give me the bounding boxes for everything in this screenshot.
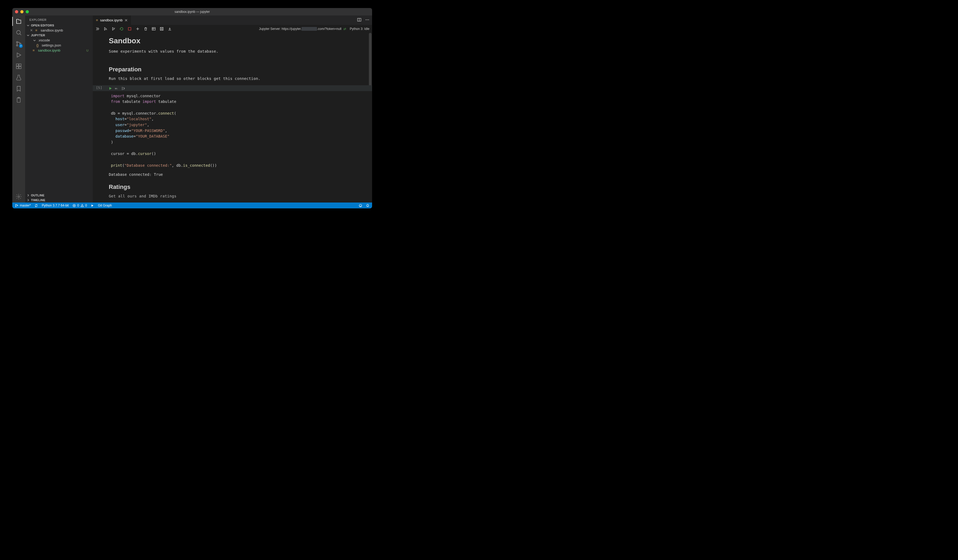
svg-point-1	[17, 42, 18, 43]
notebook-body[interactable]: Sandbox Some experiments with values fro…	[93, 33, 372, 202]
chevron-right-icon	[26, 193, 30, 197]
tab-sandbox[interactable]: ≡ sandbox.ipynb ✕	[93, 16, 131, 25]
git-status-tag: U	[86, 49, 89, 52]
code-editor[interactable]: import mysql.connector from tabulate imp…	[109, 91, 372, 171]
open-editor-filename: sandbox.ipynb	[41, 28, 90, 32]
markdown-cell[interactable]: Ratings Get all ours and IMDb ratings	[109, 177, 371, 202]
minimize-window-button[interactable]	[20, 10, 24, 13]
testing-icon[interactable]	[16, 74, 22, 81]
extensions-icon[interactable]	[16, 63, 22, 70]
run-all-icon[interactable]	[95, 27, 100, 31]
svg-rect-15	[128, 27, 131, 30]
run-status[interactable]	[90, 204, 94, 207]
notebook-file-icon: ≡	[96, 18, 98, 22]
svg-rect-17	[160, 27, 163, 30]
chevron-down-icon	[26, 24, 30, 27]
problems-status[interactable]: 0 0	[73, 204, 87, 207]
run-cell-icon[interactable]	[108, 86, 112, 90]
python-interpreter-status[interactable]: Python 3.7.7 64-bit	[42, 204, 69, 207]
cell-toolbar: M↓	[93, 85, 372, 91]
chevron-down-icon	[33, 38, 36, 42]
svg-point-2	[17, 45, 18, 46]
markdown-cell[interactable]: Sandbox Some experiments with values fro…	[109, 36, 371, 84]
file-settings-json[interactable]: {} settings.json	[25, 43, 93, 48]
maximize-window-button[interactable]	[26, 10, 29, 13]
editor-tabs: ≡ sandbox.ipynb ✕	[93, 16, 372, 25]
editor-area: ≡ sandbox.ipynb ✕	[93, 16, 372, 202]
svg-point-19	[16, 204, 16, 205]
svg-point-20	[16, 206, 16, 207]
clear-outputs-icon[interactable]	[144, 27, 148, 31]
git-graph-status[interactable]: Git Graph	[98, 204, 112, 207]
bookmarks-icon[interactable]	[16, 85, 22, 92]
traffic-lights	[15, 10, 29, 13]
timeline-section[interactable]: TIMELINE	[25, 198, 93, 202]
svg-rect-5	[19, 64, 21, 66]
project-section[interactable]: JUPYTER	[25, 33, 93, 38]
notebook-toolbar: Jupyter Server: https://jupyter.xxxxxxxx…	[93, 25, 372, 33]
open-editor-item[interactable]: ✕ ≡ sandbox.ipynb	[25, 28, 93, 33]
notebook-h2: Ratings	[109, 184, 371, 190]
notifications-icon[interactable]	[366, 204, 370, 207]
folder-vscode[interactable]: .vscode	[25, 38, 93, 43]
window-title: sandbox.ipynb — jupyter	[174, 10, 210, 14]
sidebar-title: EXPLORER	[25, 16, 93, 23]
explorer-icon[interactable]	[16, 18, 22, 25]
open-editors-label: OPEN EDITORS	[31, 24, 54, 27]
settings-gear-icon[interactable]	[16, 193, 22, 200]
file-name: sandbox.ipynb	[38, 48, 85, 52]
close-editor-icon[interactable]: ✕	[30, 28, 34, 32]
chevron-down-icon	[26, 33, 30, 37]
file-sandbox-notebook[interactable]: ≡ sandbox.ipynb U	[25, 48, 93, 53]
sync-status[interactable]	[35, 204, 38, 207]
outline-section[interactable]: OUTLINE	[25, 193, 93, 198]
run-debug-icon[interactable]	[16, 52, 22, 58]
open-editors-section[interactable]: OPEN EDITORS	[25, 23, 93, 28]
close-tab-icon[interactable]: ✕	[125, 18, 128, 22]
split-editor-icon[interactable]	[357, 17, 362, 23]
svg-point-0	[17, 30, 20, 34]
svg-point-10	[18, 196, 19, 198]
scm-badge: 7	[19, 44, 23, 48]
restart-kernel-icon[interactable]	[119, 27, 124, 31]
run-by-line-icon[interactable]	[121, 86, 125, 90]
chevron-right-icon	[26, 198, 30, 202]
sidebar: EXPLORER OPEN EDITORS ✕ ≡ sandbox.ipynb …	[25, 16, 93, 202]
vscode-window: sandbox.ipynb — jupyter 7	[12, 8, 372, 209]
notebook-file-icon: ≡	[33, 48, 36, 52]
svg-point-14	[368, 19, 369, 20]
notebook-h2: Preparation	[109, 66, 371, 73]
folder-name: .vscode	[38, 38, 90, 42]
tab-label: sandbox.ipynb	[100, 18, 123, 22]
status-bar: master* Python 3.7.7 64-bit 0 0 Git Grap…	[12, 202, 372, 209]
interrupt-kernel-icon[interactable]	[127, 27, 132, 31]
kernel-status[interactable]: Python 3: Idle	[350, 27, 370, 31]
run-above-icon[interactable]	[103, 27, 108, 31]
add-cell-icon[interactable]	[135, 27, 140, 31]
markdown-toggle-icon[interactable]: M↓	[115, 86, 118, 90]
git-branch-status[interactable]: master*	[15, 204, 31, 207]
branch-name: master*	[20, 204, 31, 207]
export-icon[interactable]	[168, 27, 172, 31]
clipboard-icon[interactable]	[16, 97, 22, 103]
notebook-paragraph: Run this block at first load so other bl…	[109, 76, 371, 82]
feedback-icon[interactable]	[359, 204, 362, 207]
code-cell[interactable]: [5] M↓ import mysql.connector from tabul…	[109, 85, 372, 177]
jupyter-server-status[interactable]: Jupyter Server: https://jupyter.xxxxxxxx…	[259, 27, 346, 31]
project-label: JUPYTER	[31, 34, 45, 37]
titlebar: sandbox.ipynb — jupyter	[12, 8, 372, 16]
variables-icon[interactable]	[152, 27, 156, 31]
more-actions-icon[interactable]	[365, 17, 370, 23]
run-below-icon[interactable]	[111, 27, 116, 31]
save-icon[interactable]	[160, 27, 164, 31]
close-window-button[interactable]	[15, 10, 18, 13]
notebook-paragraph: Some experiments with values from the da…	[109, 48, 371, 55]
svg-rect-7	[19, 66, 21, 69]
search-icon[interactable]	[16, 29, 22, 36]
svg-rect-4	[16, 64, 19, 66]
source-control-icon[interactable]: 7	[16, 41, 22, 47]
svg-text:M↓: M↓	[115, 87, 118, 90]
cell-execution-count: [5]	[96, 86, 102, 90]
svg-point-12	[366, 19, 366, 20]
notebook-paragraph: Get all ours and IMDb ratings	[109, 193, 371, 199]
